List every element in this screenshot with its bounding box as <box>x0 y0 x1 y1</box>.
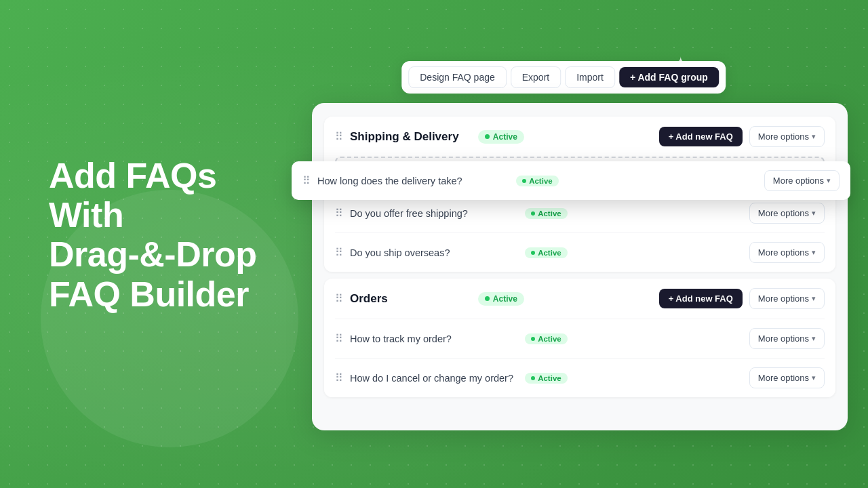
faq-item-cancel-order: ⠿ How do I cancel or change my order? Ac… <box>324 359 835 397</box>
hero-line3: Drag-&-Drop <box>49 235 256 274</box>
orders-group-header: ⠿ Orders Active + Add new FAQ More optio… <box>324 279 835 319</box>
design-faq-page-button[interactable]: Design FAQ page <box>408 66 507 88</box>
faq-question-track-order: How to track my order? <box>350 333 518 344</box>
faq-question-overseas: Do you ship overseas? <box>350 247 518 258</box>
track-order-chevron-icon: ▾ <box>812 334 816 343</box>
faq-group-orders: ⠿ Orders Active + Add new FAQ More optio… <box>324 279 835 397</box>
orders-more-options-label: More options <box>758 293 809 304</box>
faq-question-dragging: How long does the delivery take? <box>317 176 509 186</box>
shipping-chevron-icon: ▾ <box>812 132 816 141</box>
dragging-chevron-icon: ▾ <box>827 176 831 185</box>
faq-item-track-order: ⠿ How to track my order? Active More opt… <box>324 319 835 358</box>
drag-handle-dragging[interactable]: ⠿ <box>302 174 311 187</box>
shipping-more-options-button[interactable]: More options ▾ <box>749 126 825 147</box>
hero-line1: Add FAQs <box>49 156 216 195</box>
shipping-add-faq-button[interactable]: + Add new FAQ <box>659 127 743 146</box>
hero-line2: With <box>49 195 123 235</box>
track-order-more-options-button[interactable]: More options ▾ <box>749 328 825 349</box>
dragging-more-options-label: More options <box>773 176 824 186</box>
drag-handle-track-order[interactable]: ⠿ <box>335 332 343 345</box>
dragging-more-options-button[interactable]: More options ▾ <box>764 170 840 191</box>
faq-item-overseas: ⠿ Do you ship overseas? Active More opti… <box>324 233 835 272</box>
drag-handle-cancel-order[interactable]: ⠿ <box>335 371 343 384</box>
faq-status-free-shipping: Active <box>525 208 568 219</box>
export-button[interactable]: Export <box>511 66 561 88</box>
cancel-order-chevron-icon: ▾ <box>812 373 816 382</box>
cancel-order-more-options-label: More options <box>758 373 809 383</box>
drag-handle-overseas[interactable]: ⠿ <box>335 246 343 259</box>
hero-line4: FAQ Builder <box>49 274 249 314</box>
hero-text: Add FAQs With Drag-&-Drop FAQ Builder <box>49 156 256 314</box>
toolbar: Design FAQ page Export Import + Add FAQ … <box>401 61 726 94</box>
drag-handle-orders[interactable]: ⠿ <box>335 292 343 305</box>
orders-chevron-icon: ▾ <box>812 294 816 303</box>
faq-question-free-shipping: Do you offer free shipping? <box>350 208 518 219</box>
drag-handle-free-shipping[interactable]: ⠿ <box>335 207 343 220</box>
shipping-group-title: Shipping & Delivery <box>350 130 471 144</box>
shipping-status-badge: Active <box>478 130 524 144</box>
faq-status-cancel-order: Active <box>525 373 568 384</box>
free-shipping-chevron-icon: ▾ <box>812 209 816 218</box>
overseas-more-options-button[interactable]: More options ▾ <box>749 242 825 263</box>
cancel-order-more-options-button[interactable]: More options ▾ <box>749 367 825 388</box>
faq-status-dragging: Active <box>516 176 559 186</box>
overseas-chevron-icon: ▾ <box>812 248 816 257</box>
free-shipping-more-options-label: More options <box>758 208 809 218</box>
drag-handle-shipping[interactable]: ⠿ <box>335 130 343 143</box>
shipping-group-header: ⠿ Shipping & Delivery Active + Add new F… <box>324 117 835 157</box>
faq-status-track-order: Active <box>525 333 568 344</box>
orders-more-options-button[interactable]: More options ▾ <box>749 288 825 309</box>
orders-group-title: Orders <box>350 292 471 306</box>
track-order-more-options-label: More options <box>758 333 809 344</box>
dragging-faq-card: ⠿ How long does the delivery take? Activ… <box>292 161 850 200</box>
main-panel: ⠿ Shipping & Delivery Active + Add new F… <box>312 103 848 430</box>
shipping-more-options-label: More options <box>758 131 809 142</box>
add-faq-group-button[interactable]: + Add FAQ group <box>619 67 719 87</box>
orders-add-faq-button[interactable]: + Add new FAQ <box>659 289 743 308</box>
faq-status-overseas: Active <box>525 247 568 258</box>
import-button[interactable]: Import <box>565 66 615 88</box>
orders-status-badge: Active <box>478 292 524 306</box>
faq-question-cancel-order: How do I cancel or change my order? <box>350 373 518 384</box>
free-shipping-more-options-button[interactable]: More options ▾ <box>749 203 825 224</box>
overseas-more-options-label: More options <box>758 247 809 258</box>
